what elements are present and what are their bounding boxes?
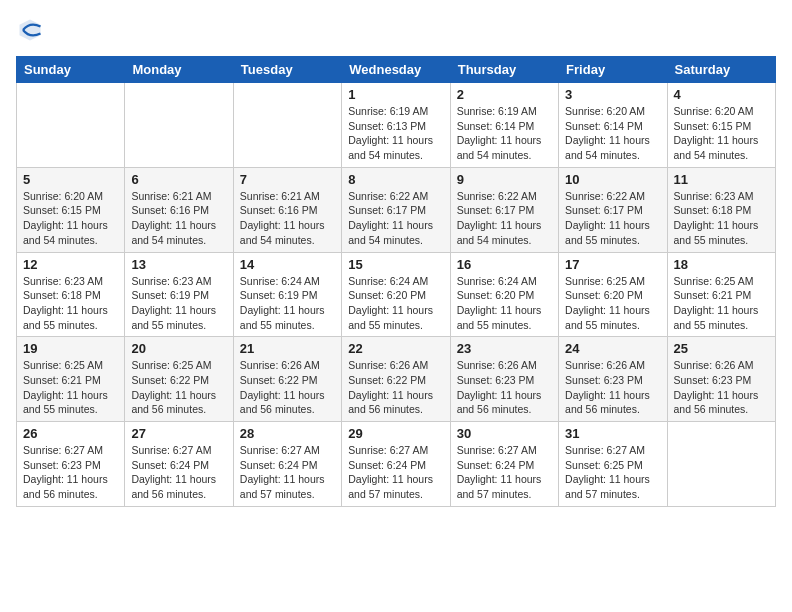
weekday-header: Sunday [17, 57, 125, 83]
calendar-cell: 10Sunrise: 6:22 AM Sunset: 6:17 PM Dayli… [559, 167, 667, 252]
calendar-cell: 31Sunrise: 6:27 AM Sunset: 6:25 PM Dayli… [559, 422, 667, 507]
logo [16, 16, 48, 44]
day-info: Sunrise: 6:24 AM Sunset: 6:19 PM Dayligh… [240, 274, 335, 333]
day-number: 31 [565, 426, 660, 441]
calendar-cell: 25Sunrise: 6:26 AM Sunset: 6:23 PM Dayli… [667, 337, 775, 422]
day-info: Sunrise: 6:27 AM Sunset: 6:25 PM Dayligh… [565, 443, 660, 502]
calendar-cell: 18Sunrise: 6:25 AM Sunset: 6:21 PM Dayli… [667, 252, 775, 337]
calendar-cell [667, 422, 775, 507]
day-info: Sunrise: 6:20 AM Sunset: 6:14 PM Dayligh… [565, 104, 660, 163]
calendar-week-row: 19Sunrise: 6:25 AM Sunset: 6:21 PM Dayli… [17, 337, 776, 422]
day-number: 10 [565, 172, 660, 187]
calendar-cell [233, 83, 341, 168]
day-number: 29 [348, 426, 443, 441]
day-info: Sunrise: 6:27 AM Sunset: 6:23 PM Dayligh… [23, 443, 118, 502]
svg-marker-0 [20, 20, 41, 41]
day-info: Sunrise: 6:25 AM Sunset: 6:21 PM Dayligh… [674, 274, 769, 333]
calendar-cell: 14Sunrise: 6:24 AM Sunset: 6:19 PM Dayli… [233, 252, 341, 337]
calendar-cell: 15Sunrise: 6:24 AM Sunset: 6:20 PM Dayli… [342, 252, 450, 337]
day-number: 18 [674, 257, 769, 272]
day-info: Sunrise: 6:26 AM Sunset: 6:23 PM Dayligh… [457, 358, 552, 417]
calendar-cell: 24Sunrise: 6:26 AM Sunset: 6:23 PM Dayli… [559, 337, 667, 422]
day-info: Sunrise: 6:20 AM Sunset: 6:15 PM Dayligh… [674, 104, 769, 163]
day-number: 25 [674, 341, 769, 356]
calendar-cell: 27Sunrise: 6:27 AM Sunset: 6:24 PM Dayli… [125, 422, 233, 507]
calendar-cell: 4Sunrise: 6:20 AM Sunset: 6:15 PM Daylig… [667, 83, 775, 168]
day-info: Sunrise: 6:21 AM Sunset: 6:16 PM Dayligh… [240, 189, 335, 248]
day-info: Sunrise: 6:23 AM Sunset: 6:19 PM Dayligh… [131, 274, 226, 333]
calendar-cell: 2Sunrise: 6:19 AM Sunset: 6:14 PM Daylig… [450, 83, 558, 168]
calendar-cell: 30Sunrise: 6:27 AM Sunset: 6:24 PM Dayli… [450, 422, 558, 507]
calendar-cell: 23Sunrise: 6:26 AM Sunset: 6:23 PM Dayli… [450, 337, 558, 422]
day-number: 11 [674, 172, 769, 187]
calendar-cell: 13Sunrise: 6:23 AM Sunset: 6:19 PM Dayli… [125, 252, 233, 337]
day-number: 24 [565, 341, 660, 356]
day-info: Sunrise: 6:22 AM Sunset: 6:17 PM Dayligh… [565, 189, 660, 248]
calendar-week-row: 26Sunrise: 6:27 AM Sunset: 6:23 PM Dayli… [17, 422, 776, 507]
day-info: Sunrise: 6:26 AM Sunset: 6:23 PM Dayligh… [674, 358, 769, 417]
calendar-cell: 21Sunrise: 6:26 AM Sunset: 6:22 PM Dayli… [233, 337, 341, 422]
day-number: 3 [565, 87, 660, 102]
day-info: Sunrise: 6:21 AM Sunset: 6:16 PM Dayligh… [131, 189, 226, 248]
calendar-cell: 26Sunrise: 6:27 AM Sunset: 6:23 PM Dayli… [17, 422, 125, 507]
calendar-table: SundayMondayTuesdayWednesdayThursdayFrid… [16, 56, 776, 507]
day-info: Sunrise: 6:27 AM Sunset: 6:24 PM Dayligh… [240, 443, 335, 502]
day-info: Sunrise: 6:27 AM Sunset: 6:24 PM Dayligh… [457, 443, 552, 502]
day-number: 17 [565, 257, 660, 272]
day-number: 30 [457, 426, 552, 441]
calendar-cell: 12Sunrise: 6:23 AM Sunset: 6:18 PM Dayli… [17, 252, 125, 337]
day-number: 23 [457, 341, 552, 356]
calendar-cell: 28Sunrise: 6:27 AM Sunset: 6:24 PM Dayli… [233, 422, 341, 507]
day-number: 12 [23, 257, 118, 272]
day-info: Sunrise: 6:23 AM Sunset: 6:18 PM Dayligh… [674, 189, 769, 248]
day-number: 22 [348, 341, 443, 356]
calendar-cell: 1Sunrise: 6:19 AM Sunset: 6:13 PM Daylig… [342, 83, 450, 168]
day-number: 8 [348, 172, 443, 187]
day-number: 7 [240, 172, 335, 187]
day-number: 27 [131, 426, 226, 441]
calendar-week-row: 5Sunrise: 6:20 AM Sunset: 6:15 PM Daylig… [17, 167, 776, 252]
day-info: Sunrise: 6:26 AM Sunset: 6:22 PM Dayligh… [240, 358, 335, 417]
day-number: 2 [457, 87, 552, 102]
day-number: 26 [23, 426, 118, 441]
day-info: Sunrise: 6:24 AM Sunset: 6:20 PM Dayligh… [348, 274, 443, 333]
day-info: Sunrise: 6:26 AM Sunset: 6:22 PM Dayligh… [348, 358, 443, 417]
weekday-header: Tuesday [233, 57, 341, 83]
day-info: Sunrise: 6:25 AM Sunset: 6:20 PM Dayligh… [565, 274, 660, 333]
weekday-header: Saturday [667, 57, 775, 83]
day-number: 4 [674, 87, 769, 102]
calendar-cell: 11Sunrise: 6:23 AM Sunset: 6:18 PM Dayli… [667, 167, 775, 252]
day-info: Sunrise: 6:25 AM Sunset: 6:22 PM Dayligh… [131, 358, 226, 417]
day-number: 13 [131, 257, 226, 272]
calendar-cell: 29Sunrise: 6:27 AM Sunset: 6:24 PM Dayli… [342, 422, 450, 507]
calendar-cell: 16Sunrise: 6:24 AM Sunset: 6:20 PM Dayli… [450, 252, 558, 337]
day-info: Sunrise: 6:27 AM Sunset: 6:24 PM Dayligh… [131, 443, 226, 502]
day-number: 19 [23, 341, 118, 356]
calendar-cell: 8Sunrise: 6:22 AM Sunset: 6:17 PM Daylig… [342, 167, 450, 252]
day-number: 9 [457, 172, 552, 187]
day-info: Sunrise: 6:23 AM Sunset: 6:18 PM Dayligh… [23, 274, 118, 333]
day-info: Sunrise: 6:25 AM Sunset: 6:21 PM Dayligh… [23, 358, 118, 417]
day-number: 28 [240, 426, 335, 441]
calendar-cell [125, 83, 233, 168]
logo-icon [16, 16, 44, 44]
day-number: 21 [240, 341, 335, 356]
weekday-header: Friday [559, 57, 667, 83]
weekday-header: Wednesday [342, 57, 450, 83]
day-number: 6 [131, 172, 226, 187]
weekday-header: Thursday [450, 57, 558, 83]
day-number: 1 [348, 87, 443, 102]
day-info: Sunrise: 6:26 AM Sunset: 6:23 PM Dayligh… [565, 358, 660, 417]
calendar-cell: 22Sunrise: 6:26 AM Sunset: 6:22 PM Dayli… [342, 337, 450, 422]
day-info: Sunrise: 6:27 AM Sunset: 6:24 PM Dayligh… [348, 443, 443, 502]
calendar-cell: 20Sunrise: 6:25 AM Sunset: 6:22 PM Dayli… [125, 337, 233, 422]
page-header [16, 16, 776, 44]
calendar-cell: 19Sunrise: 6:25 AM Sunset: 6:21 PM Dayli… [17, 337, 125, 422]
day-number: 20 [131, 341, 226, 356]
calendar-cell: 5Sunrise: 6:20 AM Sunset: 6:15 PM Daylig… [17, 167, 125, 252]
day-number: 15 [348, 257, 443, 272]
calendar-week-row: 1Sunrise: 6:19 AM Sunset: 6:13 PM Daylig… [17, 83, 776, 168]
calendar-cell: 17Sunrise: 6:25 AM Sunset: 6:20 PM Dayli… [559, 252, 667, 337]
calendar-cell [17, 83, 125, 168]
day-info: Sunrise: 6:20 AM Sunset: 6:15 PM Dayligh… [23, 189, 118, 248]
